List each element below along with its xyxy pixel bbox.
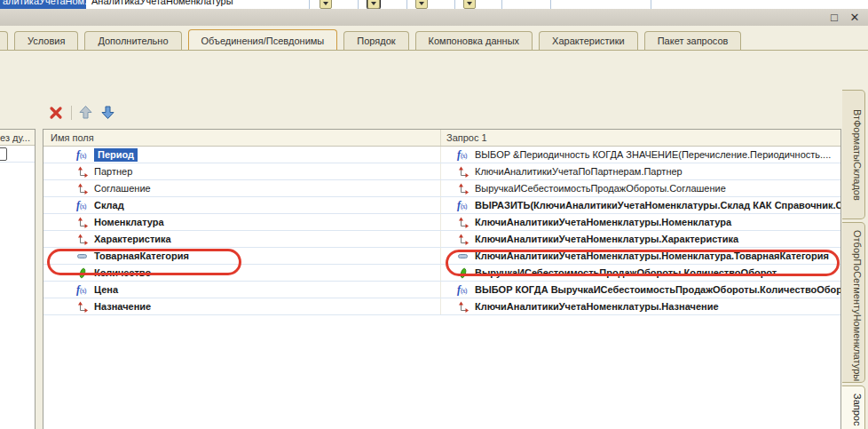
tab-1[interactable]: вка — [0, 31, 8, 50]
dropdown-button[interactable] — [463, 0, 476, 9]
query-expression-label: ВЫРАЗИТЬ(КлючиАналитикиУчетаНоменклатуры… — [475, 200, 840, 211]
right-tab-1[interactable]: ВтФорматыСкладов — [842, 90, 865, 219]
query-expression-label: ВЫБОР &Периодичность КОГДА ЗНАЧЕНИЕ(Пере… — [475, 149, 831, 160]
table-row[interactable]: f(x)Складf(x)ВЫРАЗИТЬ(КлючиАналитикиУчет… — [43, 197, 840, 214]
field-name-label: Назначение — [94, 301, 151, 312]
field-axis-icon — [76, 166, 89, 178]
tab-7[interactable]: Характеристики — [539, 31, 638, 50]
column-header-query1: Запрос 1 — [440, 130, 840, 146]
fx-function-icon: f(x) — [457, 284, 470, 296]
delete-icon[interactable] — [49, 106, 63, 120]
tab-2[interactable]: Условия — [14, 31, 78, 50]
field-axis-icon — [76, 217, 89, 228]
fx-function-icon: f(x) — [76, 284, 89, 296]
table-row[interactable]: ПартнерКлючиАналитикиУчетаПоПартнерам.Па… — [43, 163, 840, 180]
expression-field-icon — [457, 250, 470, 262]
query-expression-label: КлючиАналитикиУчетаНоменклатуры.Характер… — [475, 234, 738, 244]
left-panel-row[interactable] — [0, 146, 35, 163]
field-name-cell[interactable]: f(x)Склад — [43, 200, 440, 211]
checkbox-partial[interactable] — [0, 147, 7, 161]
fx-function-icon: f(x) — [457, 200, 470, 211]
field-name-cell[interactable]: Характеристика — [43, 234, 440, 245]
cell-border — [550, 0, 551, 9]
field-axis-icon — [457, 183, 470, 195]
resource-icon — [457, 267, 470, 279]
query-expression-label: КлючиАналитикиУчетаНоменклатуры.Номенкла… — [475, 250, 829, 261]
query-expression-label: ВыручкаИСебестоимостьПродажОбороты.Колич… — [475, 267, 777, 278]
query-expression-label: КлючиАналитикиУчетаПоПартнерам.Партнер — [475, 166, 683, 177]
toolbar-separator — [71, 106, 72, 120]
right-tab-strip: ВтФорматыСкладовОтборПоСегментуНоменклат… — [842, 90, 868, 429]
right-tab-3[interactable]: Запрос пакета 3 — [841, 385, 865, 429]
left-fields-panel: ез ду... — [0, 129, 36, 429]
table-row[interactable]: СоглашениеВыручкаИСебестоимостьПродажОбо… — [43, 180, 840, 197]
cell-border — [454, 0, 455, 9]
table-row[interactable]: f(x)Ценаf(x)ВЫБОР КОГДА ВыручкаИСебестои… — [43, 282, 840, 298]
query-expression-label: ВыручкаИСебестоимостьПродажОбороты.Согла… — [475, 183, 726, 194]
query-expression-cell[interactable]: КлючиАналитикиУчетаНоменклатуры.Характер… — [440, 231, 840, 247]
field-axis-icon — [457, 234, 470, 245]
tab-5[interactable]: Порядок — [343, 31, 408, 50]
left-panel-header: ез ду... — [0, 130, 35, 146]
query-expression-label: КлючиАналитикиУчетаНоменклатуры.Назначен… — [475, 301, 719, 312]
tab-8[interactable]: Пакет запросов — [644, 31, 742, 50]
table-row[interactable]: f(x)Периодf(x)ВЫБОР &Периодичность КОГДА… — [43, 147, 840, 163]
tab-4[interactable]: Объединения/Псевдонимы — [188, 29, 338, 50]
field-name-label: Количество — [94, 267, 151, 278]
dropdown-button[interactable] — [367, 0, 380, 9]
table-row[interactable]: КоличествоВыручкаИСебестоимостьПродажОбо… — [43, 265, 840, 282]
dropdown-button[interactable] — [320, 0, 332, 9]
cell-border — [358, 0, 359, 9]
background-table-row: алитикаУчетаНом... АналитикаУчетаНоменкл… — [0, 0, 868, 9]
field-name-label: Номенклатура — [94, 217, 164, 227]
query-expression-cell[interactable]: f(x)ВЫБОР &Периодичность КОГДА ЗНАЧЕНИЕ(… — [440, 147, 840, 163]
query-expression-cell[interactable]: f(x)ВЫРАЗИТЬ(КлючиАналитикиУчетаНоменкла… — [440, 197, 840, 213]
query-expression-label: ВЫБОР КОГДА ВыручкаИСебестоимостьПродажО… — [475, 284, 840, 295]
table-row[interactable]: НазначениеКлючиАналитикиУчетаНоменклатур… — [43, 298, 840, 315]
query-expression-cell[interactable]: f(x)ВЫБОР КОГДА ВыручкаИСебестоимостьПро… — [440, 282, 840, 298]
tab-6[interactable]: Компоновка данных — [415, 31, 533, 50]
cell-border — [309, 0, 310, 9]
move-down-icon[interactable] — [100, 105, 115, 120]
field-name-cell[interactable]: Соглашение — [43, 183, 440, 195]
field-name-cell[interactable]: Количество — [43, 267, 440, 279]
table-row[interactable]: ТоварнаяКатегорияКлючиАналитикиУчетаНоме… — [43, 248, 840, 265]
field-axis-icon — [457, 301, 470, 313]
right-tab-2[interactable]: ОтборПоСегментуНоменклатуры — [842, 222, 865, 383]
field-name-cell[interactable]: Партнер — [43, 166, 440, 178]
field-name-cell[interactable]: f(x)Период — [43, 148, 440, 162]
query-expression-cell[interactable]: КлючиАналитикиУчетаНоменклатуры.Назначен… — [440, 298, 840, 314]
field-name-cell[interactable]: Номенклатура — [43, 217, 440, 228]
field-name-cell[interactable]: Назначение — [43, 301, 440, 313]
query-expression-cell[interactable]: ВыручкаИСебестоимостьПродажОбороты.Колич… — [440, 265, 840, 281]
query-expression-cell[interactable]: КлючиАналитикиУчетаПоПартнерам.Партнер — [440, 163, 840, 179]
cell-border — [406, 0, 407, 9]
move-up-icon[interactable] — [78, 105, 93, 120]
fx-function-icon: f(x) — [76, 149, 89, 161]
table-row[interactable]: ХарактеристикаКлючиАналитикиУчетаНоменкл… — [43, 231, 840, 248]
background-selected-cell[interactable]: алитикаУчетаНом... — [0, 0, 86, 9]
fx-function-icon: f(x) — [76, 200, 89, 211]
close-icon[interactable]: ✕ — [846, 10, 864, 25]
cell-border — [651, 0, 651, 9]
maximize-icon[interactable]: □ — [825, 10, 843, 25]
query-expression-cell[interactable]: КлючиАналитикиУчетаНоменклатуры.Номенкла… — [440, 248, 840, 264]
tab-3[interactable]: Дополнительно — [84, 31, 181, 50]
background-cell-value[interactable]: АналитикаУчетаНоменклатуры — [91, 0, 233, 9]
table-row[interactable]: НоменклатураКлючиАналитикиУчетаНоменклат… — [43, 214, 840, 231]
field-name-label: Цена — [94, 284, 118, 295]
field-axis-icon — [457, 166, 470, 178]
query-expression-cell[interactable]: КлючиАналитикиУчетаНоменклатуры.Номенкла… — [440, 214, 840, 230]
field-name-label: Склад — [94, 200, 124, 211]
fx-function-icon: f(x) — [457, 149, 470, 161]
field-name-label: ТоварнаяКатегория — [94, 250, 189, 261]
field-name-label: Партнер — [94, 166, 132, 177]
expression-field-icon — [76, 250, 89, 262]
field-axis-icon — [76, 234, 89, 245]
resource-icon — [76, 267, 89, 279]
dropdown-button[interactable] — [415, 0, 428, 9]
field-axis-icon — [76, 301, 89, 313]
query-expression-cell[interactable]: ВыручкаИСебестоимостьПродажОбороты.Согла… — [440, 180, 840, 196]
field-name-cell[interactable]: f(x)Цена — [43, 284, 440, 296]
field-name-cell[interactable]: ТоварнаяКатегория — [43, 250, 440, 262]
